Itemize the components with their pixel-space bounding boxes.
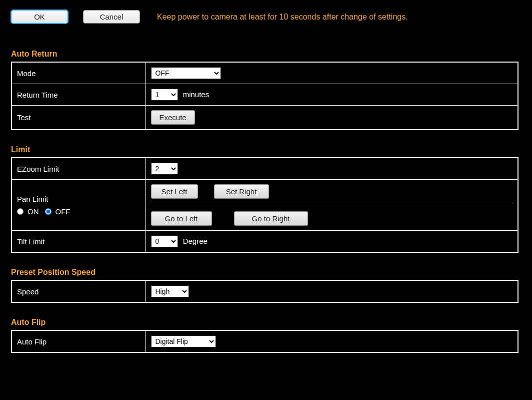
- pan-limit-radio-row: ON OFF: [17, 207, 140, 216]
- pan-limit-cell: Pan Limit ON OFF: [12, 180, 146, 231]
- ezoom-select[interactable]: 2: [151, 163, 178, 175]
- auto-flip-title: Auto Flip: [11, 318, 521, 327]
- speed-label: Speed: [12, 280, 146, 302]
- speed-select[interactable]: High: [151, 285, 189, 297]
- tilt-label: Tilt Limit: [12, 231, 146, 253]
- pan-actions-cell: Set Left Set Right Go to Left Go to Righ…: [146, 180, 518, 231]
- top-message: Keep power to camera at least for 10 sec…: [157, 13, 408, 22]
- pan-off-label: OFF: [56, 207, 70, 216]
- return-time-label: Return Time: [12, 84, 146, 106]
- auto-flip-select[interactable]: Digital Flip: [151, 335, 216, 347]
- set-right-button[interactable]: Set Right: [214, 184, 269, 199]
- pan-off-radio[interactable]: [45, 208, 52, 215]
- preset-speed-title: Preset Position Speed: [11, 268, 521, 277]
- pan-on-radio[interactable]: [17, 208, 24, 215]
- mode-select[interactable]: OFF: [151, 67, 221, 79]
- set-left-button[interactable]: Set Left: [151, 184, 198, 199]
- execute-button[interactable]: Execute: [151, 110, 195, 125]
- pan-limit-label: Pan Limit: [17, 195, 140, 203]
- top-bar: OK Cancel Keep power to camera at least …: [11, 10, 521, 24]
- preset-speed-table: Speed High: [11, 280, 518, 303]
- limit-table: EZoom Limit 2 Pan Limit ON OFF Set Left …: [11, 157, 518, 253]
- tilt-select[interactable]: 0: [151, 235, 178, 247]
- goto-left-button[interactable]: Go to Left: [151, 211, 212, 226]
- mode-label: Mode: [12, 62, 146, 84]
- pan-on-label: ON: [28, 207, 39, 216]
- return-time-select[interactable]: 1: [151, 89, 178, 101]
- ezoom-label: EZoom Limit: [12, 158, 146, 180]
- ok-button[interactable]: OK: [11, 10, 68, 24]
- cancel-button[interactable]: Cancel: [83, 10, 140, 24]
- top-button-row: OK Cancel: [11, 10, 140, 24]
- goto-right-button[interactable]: Go to Right: [234, 211, 308, 226]
- pan-divider: [151, 204, 513, 204]
- auto-flip-label: Auto Flip: [12, 330, 146, 352]
- auto-return-title: Auto Return: [11, 50, 521, 59]
- limit-title: Limit: [11, 145, 521, 154]
- test-label: Test: [12, 106, 146, 130]
- auto-flip-table: Auto Flip Digital Flip: [11, 330, 518, 353]
- auto-return-table: Mode OFF Return Time 1 minutes Test Exec…: [11, 62, 518, 130]
- return-time-unit: minutes: [183, 90, 210, 99]
- tilt-unit: Degree: [183, 237, 208, 245]
